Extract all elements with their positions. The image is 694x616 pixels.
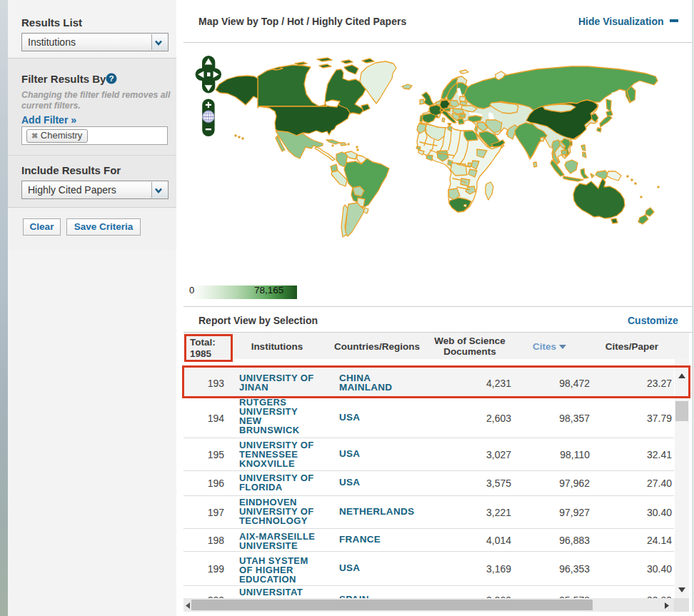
svg-text:?: ? — [109, 74, 114, 83]
